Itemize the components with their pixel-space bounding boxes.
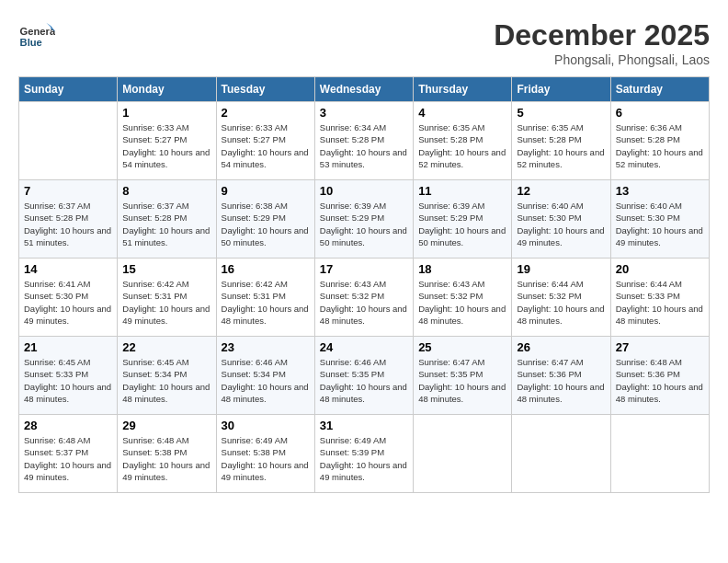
day-number: 9: [222, 184, 310, 198]
calendar-week-row: 14Sunrise: 6:41 AM Sunset: 5:30 PM Dayli…: [19, 259, 710, 337]
day-info: Sunrise: 6:38 AM Sunset: 5:29 PM Dayligh…: [222, 200, 310, 248]
calendar-cell: 22Sunrise: 6:45 AM Sunset: 5:34 PM Dayli…: [118, 337, 216, 415]
day-info: Sunrise: 6:45 AM Sunset: 5:34 PM Dayligh…: [122, 356, 210, 405]
day-info: Sunrise: 6:44 AM Sunset: 5:32 PM Dayligh…: [517, 278, 605, 327]
day-number: 6: [616, 106, 704, 120]
day-number: 11: [418, 184, 506, 198]
day-info: Sunrise: 6:45 AM Sunset: 5:33 PM Dayligh…: [24, 356, 112, 405]
day-info: Sunrise: 6:49 AM Sunset: 5:38 PM Dayligh…: [222, 434, 310, 483]
day-number: 30: [222, 419, 310, 432]
calendar-cell: 16Sunrise: 6:42 AM Sunset: 5:31 PM Dayli…: [216, 259, 314, 337]
calendar-week-row: 1Sunrise: 6:33 AM Sunset: 5:27 PM Daylig…: [19, 102, 710, 180]
calendar-cell: 17Sunrise: 6:43 AM Sunset: 5:32 PM Dayli…: [314, 259, 413, 337]
day-info: Sunrise: 6:35 AM Sunset: 5:28 PM Dayligh…: [517, 121, 605, 170]
day-info: Sunrise: 6:42 AM Sunset: 5:31 PM Dayligh…: [122, 278, 210, 327]
day-info: Sunrise: 6:39 AM Sunset: 5:29 PM Dayligh…: [418, 200, 506, 248]
day-info: Sunrise: 6:40 AM Sunset: 5:30 PM Dayligh…: [616, 200, 704, 248]
calendar-cell: [19, 102, 118, 180]
day-number: 19: [517, 262, 605, 276]
day-info: Sunrise: 6:47 AM Sunset: 5:35 PM Dayligh…: [418, 356, 506, 405]
day-info: Sunrise: 6:33 AM Sunset: 5:27 PM Dayligh…: [222, 121, 310, 170]
column-header-friday: Friday: [512, 77, 610, 102]
calendar-cell: 13Sunrise: 6:40 AM Sunset: 5:30 PM Dayli…: [610, 180, 709, 259]
day-info: Sunrise: 6:40 AM Sunset: 5:30 PM Dayligh…: [517, 200, 605, 248]
calendar-cell: 12Sunrise: 6:40 AM Sunset: 5:30 PM Dayli…: [512, 180, 610, 259]
calendar-cell: 5Sunrise: 6:35 AM Sunset: 5:28 PM Daylig…: [512, 102, 610, 180]
calendar-cell: 19Sunrise: 6:44 AM Sunset: 5:32 PM Dayli…: [512, 259, 610, 337]
day-number: 5: [517, 106, 605, 120]
calendar-cell: 29Sunrise: 6:48 AM Sunset: 5:38 PM Dayli…: [118, 415, 216, 493]
day-info: Sunrise: 6:37 AM Sunset: 5:28 PM Dayligh…: [122, 200, 210, 248]
calendar-cell: 8Sunrise: 6:37 AM Sunset: 5:28 PM Daylig…: [118, 180, 216, 259]
calendar-cell: 27Sunrise: 6:48 AM Sunset: 5:36 PM Dayli…: [610, 337, 709, 415]
calendar-cell: 2Sunrise: 6:33 AM Sunset: 5:27 PM Daylig…: [216, 102, 314, 180]
calendar-cell: 11Sunrise: 6:39 AM Sunset: 5:29 PM Dayli…: [414, 180, 512, 259]
day-number: 27: [616, 340, 704, 354]
calendar-cell: 25Sunrise: 6:47 AM Sunset: 5:35 PM Dayli…: [414, 337, 512, 415]
day-info: Sunrise: 6:43 AM Sunset: 5:32 PM Dayligh…: [418, 278, 506, 327]
day-number: 10: [320, 184, 408, 198]
day-number: 1: [122, 106, 210, 120]
day-number: 7: [24, 184, 112, 198]
column-header-sunday: Sunday: [19, 77, 118, 102]
day-number: 8: [122, 184, 210, 198]
calendar-cell: 15Sunrise: 6:42 AM Sunset: 5:31 PM Dayli…: [118, 259, 216, 337]
day-info: Sunrise: 6:34 AM Sunset: 5:28 PM Dayligh…: [320, 121, 408, 170]
day-info: Sunrise: 6:46 AM Sunset: 5:35 PM Dayligh…: [320, 356, 408, 405]
calendar-table: SundayMondayTuesdayWednesdayThursdayFrid…: [18, 76, 710, 493]
day-number: 24: [320, 340, 408, 354]
logo-icon: General Blue: [18, 18, 55, 55]
day-info: Sunrise: 6:46 AM Sunset: 5:34 PM Dayligh…: [222, 356, 310, 405]
svg-text:Blue: Blue: [20, 37, 42, 48]
calendar-cell: 9Sunrise: 6:38 AM Sunset: 5:29 PM Daylig…: [216, 180, 314, 259]
calendar-cell: [610, 415, 709, 493]
column-header-tuesday: Tuesday: [216, 77, 314, 102]
calendar-header-row: SundayMondayTuesdayWednesdayThursdayFrid…: [19, 77, 710, 102]
calendar-cell: 20Sunrise: 6:44 AM Sunset: 5:33 PM Dayli…: [610, 259, 709, 337]
day-number: 2: [222, 106, 310, 120]
calendar-cell: 14Sunrise: 6:41 AM Sunset: 5:30 PM Dayli…: [19, 259, 118, 337]
calendar-cell: 4Sunrise: 6:35 AM Sunset: 5:28 PM Daylig…: [414, 102, 512, 180]
day-number: 3: [320, 106, 408, 120]
day-number: 29: [122, 419, 210, 432]
calendar-cell: 1Sunrise: 6:33 AM Sunset: 5:27 PM Daylig…: [118, 102, 216, 180]
day-info: Sunrise: 6:49 AM Sunset: 5:39 PM Dayligh…: [320, 434, 408, 483]
calendar-cell: 7Sunrise: 6:37 AM Sunset: 5:28 PM Daylig…: [19, 180, 118, 259]
calendar-cell: 21Sunrise: 6:45 AM Sunset: 5:33 PM Dayli…: [19, 337, 118, 415]
column-header-monday: Monday: [118, 77, 216, 102]
day-info: Sunrise: 6:37 AM Sunset: 5:28 PM Dayligh…: [24, 200, 112, 248]
day-number: 21: [24, 340, 112, 354]
day-number: 23: [222, 340, 310, 354]
day-number: 25: [418, 340, 506, 354]
day-number: 13: [616, 184, 704, 198]
day-info: Sunrise: 6:42 AM Sunset: 5:31 PM Dayligh…: [222, 278, 310, 327]
day-info: Sunrise: 6:33 AM Sunset: 5:27 PM Dayligh…: [122, 121, 210, 170]
day-number: 15: [122, 262, 210, 276]
day-info: Sunrise: 6:36 AM Sunset: 5:28 PM Dayligh…: [616, 121, 704, 170]
column-header-saturday: Saturday: [610, 77, 709, 102]
day-info: Sunrise: 6:48 AM Sunset: 5:36 PM Dayligh…: [616, 356, 704, 405]
calendar-week-row: 28Sunrise: 6:48 AM Sunset: 5:37 PM Dayli…: [19, 415, 710, 493]
day-info: Sunrise: 6:48 AM Sunset: 5:37 PM Dayligh…: [24, 434, 112, 483]
day-info: Sunrise: 6:35 AM Sunset: 5:28 PM Dayligh…: [418, 121, 506, 170]
calendar-cell: 24Sunrise: 6:46 AM Sunset: 5:35 PM Dayli…: [314, 337, 413, 415]
calendar-cell: 3Sunrise: 6:34 AM Sunset: 5:28 PM Daylig…: [314, 102, 413, 180]
svg-text:General: General: [20, 26, 55, 37]
page-header: General Blue December 2025 Phongsali, Ph…: [18, 18, 710, 67]
calendar-cell: 10Sunrise: 6:39 AM Sunset: 5:29 PM Dayli…: [314, 180, 413, 259]
calendar-cell: 31Sunrise: 6:49 AM Sunset: 5:39 PM Dayli…: [314, 415, 413, 493]
day-number: 20: [616, 262, 704, 276]
column-header-thursday: Thursday: [414, 77, 512, 102]
column-header-wednesday: Wednesday: [314, 77, 413, 102]
calendar-cell: 26Sunrise: 6:47 AM Sunset: 5:36 PM Dayli…: [512, 337, 610, 415]
calendar-cell: [512, 415, 610, 493]
calendar-cell: 23Sunrise: 6:46 AM Sunset: 5:34 PM Dayli…: [216, 337, 314, 415]
day-number: 4: [418, 106, 506, 120]
day-info: Sunrise: 6:39 AM Sunset: 5:29 PM Dayligh…: [320, 200, 408, 248]
day-info: Sunrise: 6:44 AM Sunset: 5:33 PM Dayligh…: [616, 278, 704, 327]
calendar-week-row: 21Sunrise: 6:45 AM Sunset: 5:33 PM Dayli…: [19, 337, 710, 415]
day-info: Sunrise: 6:43 AM Sunset: 5:32 PM Dayligh…: [320, 278, 408, 327]
day-number: 14: [24, 262, 112, 276]
day-number: 31: [320, 419, 408, 432]
day-number: 17: [320, 262, 408, 276]
